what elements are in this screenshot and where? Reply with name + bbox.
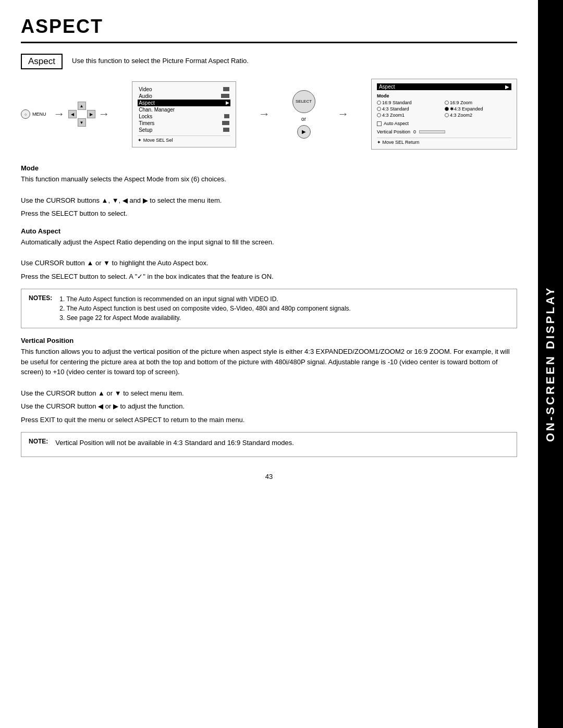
page-number: 43 (21, 473, 517, 480)
menu-button: ○ MENU (21, 109, 51, 119)
mode-section: Mode This function manually selects the … (21, 164, 517, 219)
function-description: Use this function to select the Picture … (72, 54, 249, 65)
nav-arrows-diagram: ▲ ◀ ▶ ▼ (68, 102, 95, 127)
page-title: ASPECT (21, 16, 517, 38)
arrow-to-aspect: → (337, 107, 349, 121)
notes-box: NOTES: 1. The Auto Aspect function is re… (21, 289, 517, 328)
arrow-between: → (259, 107, 270, 121)
vertical-position-section: Vertical Position This function allows y… (21, 337, 517, 425)
aspect-menu-diagram: Aspect ▶ Mode 16:9 Standard 16:9 Zoom 4:… (371, 79, 517, 150)
left-menu-diagram: Video Audio Aspect▶ Chan. Manager Locks … (132, 81, 236, 147)
note-box: NOTE: Vertical Position will not be avai… (21, 432, 517, 457)
auto-aspect-section: Auto Aspect Automatically adjust the Asp… (21, 227, 517, 282)
function-label-box: Aspect (21, 54, 63, 69)
side-tab: ON-SCREEN DISPLAY (538, 0, 563, 728)
select-or-group: SELECT or ▶ (292, 90, 315, 139)
